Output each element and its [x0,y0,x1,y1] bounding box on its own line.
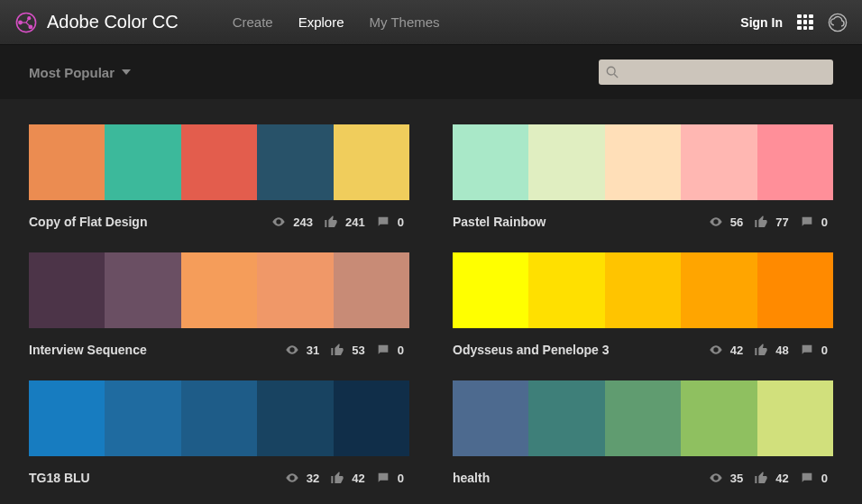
color-swatch [681,124,757,200]
swatch-row [453,124,833,200]
comment-icon [376,471,390,485]
color-swatch [181,380,257,456]
theme-card[interactable]: health35420 [453,380,833,485]
eye-icon [271,215,286,229]
color-swatch [605,380,681,456]
sort-label: Most Popular [29,65,115,80]
app-header: Adobe Color CC Create Explore My Themes … [0,0,862,45]
theme-meta: health35420 [453,471,833,485]
creative-cloud-icon[interactable] [828,13,848,32]
color-swatch [105,252,180,328]
color-swatch [605,124,681,200]
theme-meta: Pastel Rainbow56770 [453,215,833,229]
thumbs-up-icon [754,343,768,357]
comment-icon [800,343,814,357]
theme-stats: 56770 [709,215,833,229]
color-swatch [257,380,333,456]
color-swatch [29,380,105,456]
sort-dropdown[interactable]: Most Popular [29,65,131,80]
search-input[interactable] [599,60,833,85]
theme-title: TG18 BLU [29,471,285,485]
swatch-row [29,124,409,200]
eye-icon [709,343,723,357]
apps-grid-icon[interactable] [797,14,813,31]
theme-stats: 2432410 [271,215,409,229]
brand-name: Adobe Color CC [47,12,179,32]
like-count: 42 [350,472,370,485]
sign-in-link[interactable]: Sign In [740,15,783,30]
comment-icon [800,471,814,485]
search-icon [606,66,619,78]
theme-card[interactable]: Odysseus and Penelope 342480 [453,252,833,357]
thumbs-up-icon [330,343,344,357]
thumbs-up-icon [754,215,768,229]
nav-explore[interactable]: Explore [298,14,344,30]
thumbs-up-icon [754,471,768,485]
eye-icon [285,471,299,485]
nav-create[interactable]: Create [233,14,273,30]
comment-icon [376,343,390,357]
svg-point-8 [607,67,615,75]
eye-icon [709,215,723,229]
color-swatch [453,124,528,200]
theme-title: health [453,471,709,485]
color-swatch [757,124,833,200]
color-swatch [528,252,604,328]
header-right: Sign In [740,13,848,32]
comment-count: 0 [396,215,409,229]
like-count: 48 [774,344,793,357]
color-swatch [681,252,757,328]
swatch-row [29,252,409,328]
color-swatch [105,380,180,456]
view-count: 35 [729,472,748,485]
chevron-down-icon [122,69,131,75]
theme-title: Interview Sequence [29,343,285,357]
comment-count: 0 [396,344,409,357]
comment-icon [376,215,390,229]
color-swatch [29,124,105,200]
comment-count: 0 [396,472,409,485]
color-swatch [757,380,833,456]
theme-stats: 42480 [709,343,833,357]
like-count: 241 [344,215,371,229]
theme-card[interactable]: TG18 BLU32420 [29,380,409,485]
color-swatch [757,252,833,328]
svg-line-6 [26,23,31,27]
color-swatch [334,124,409,200]
eye-icon [709,471,723,485]
like-count: 53 [350,344,370,357]
nav-my-themes[interactable]: My Themes [370,14,440,30]
color-swatch [181,124,257,200]
theme-card[interactable]: Pastel Rainbow56770 [453,124,833,229]
comment-count: 0 [820,344,833,357]
color-swatch [334,252,409,328]
theme-stats: 31530 [285,343,409,357]
theme-meta: TG18 BLU32420 [29,471,409,485]
color-swatch [257,252,333,328]
view-count: 42 [729,344,748,357]
thumbs-up-icon [330,471,344,485]
view-count: 243 [291,215,318,229]
comment-count: 0 [820,215,833,229]
color-swatch [605,252,681,328]
swatch-row [453,380,833,456]
comment-count: 0 [820,472,833,485]
theme-title: Pastel Rainbow [453,215,709,229]
theme-card[interactable]: Interview Sequence31530 [29,252,409,357]
main-nav: Create Explore My Themes [233,14,440,30]
thumbs-up-icon [324,215,338,229]
color-swatch [681,380,757,456]
theme-card[interactable]: Copy of Flat Design2432410 [29,124,409,229]
theme-meta: Interview Sequence31530 [29,343,409,357]
brand-logo[interactable]: Adobe Color CC [14,11,179,34]
theme-meta: Copy of Flat Design2432410 [29,215,409,229]
color-swatch [453,380,528,456]
color-swatch [528,380,604,456]
swatch-row [453,252,833,328]
view-count: 32 [305,472,325,485]
toolbar: Most Popular [0,45,862,99]
color-swatch [528,124,604,200]
color-swatch [257,124,333,200]
like-count: 77 [774,215,793,229]
like-count: 42 [774,472,793,485]
